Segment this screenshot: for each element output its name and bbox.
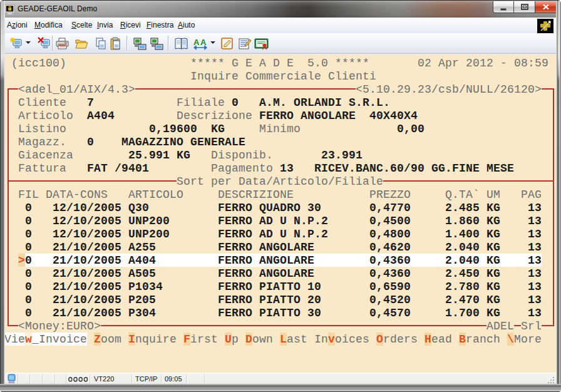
svg-text:A: A bbox=[200, 38, 207, 47]
svg-text:A: A bbox=[193, 38, 200, 47]
